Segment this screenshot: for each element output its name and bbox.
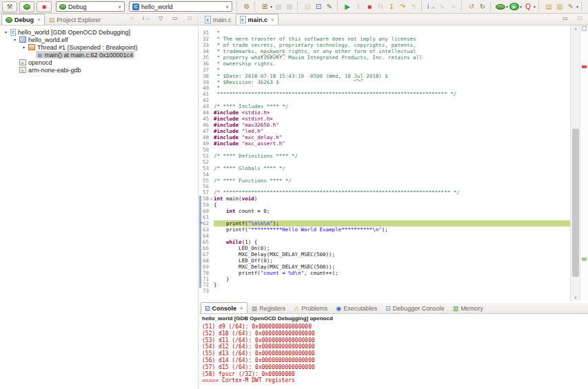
maximize-icon[interactable]: □ (574, 12, 585, 25)
tree-item-openocd[interactable]: ▸openocd (3, 59, 198, 66)
code-text[interactable]: MXC_Delay(MXC_DELAY_MSEC(500)); (214, 264, 570, 270)
close-icon[interactable]: × (240, 305, 243, 311)
code-text[interactable]: /* **** Globals **** */ (214, 165, 570, 171)
code-text[interactable] (214, 159, 570, 165)
code-text[interactable]: * (214, 30, 570, 36)
occurrence-marker[interactable] (582, 257, 587, 261)
line-number[interactable]: 31 (199, 30, 209, 36)
minimize-icon[interactable]: ▭ (560, 12, 571, 25)
line-number[interactable]: 60 (199, 208, 209, 214)
line-number[interactable]: 32 (199, 36, 209, 42)
line-number[interactable]: 58 (199, 196, 209, 202)
terminate-launch-button[interactable]: ■ (37, 1, 52, 12)
line-number[interactable]: 40 (199, 85, 209, 91)
editor-vertical-scrollbar[interactable]: ∧ ∨ (570, 25, 580, 301)
overview-ruler[interactable] (580, 25, 588, 301)
line-number[interactable]: 69 (199, 264, 209, 270)
code-text[interactable]: #include "led.h" (214, 128, 570, 134)
code-text[interactable]: } (214, 282, 570, 288)
code-text[interactable] (214, 147, 570, 153)
line-number[interactable]: 72 (199, 282, 209, 288)
tree-item-thread[interactable]: ▾Thread #1 (Suspended : Breakpoint) (3, 43, 198, 51)
code-text[interactable]: printf("\n\n\n"); (214, 220, 570, 227)
tree-item-hello-world-elf[interactable]: ▾hello_world.elf (3, 36, 198, 43)
reset-icon[interactable]: ↺ (466, 1, 477, 13)
tree-item-main[interactable]: ≡main() at main.c:62 0x100001c4 (3, 51, 198, 59)
editor-body[interactable]: 31 *32 * The mere transfer of this softw… (199, 25, 588, 301)
code-text[interactable] (214, 233, 570, 239)
line-number[interactable]: 57 (199, 189, 209, 196)
code-text[interactable]: printf("**********Hello World Example***… (214, 227, 570, 233)
code-text[interactable]: ****************************************… (214, 91, 570, 97)
tab-console[interactable]: ⊡Console× (201, 302, 247, 313)
code-text[interactable] (214, 171, 570, 178)
import-folder-icon[interactable]: ▥ (554, 1, 565, 13)
tab-problems[interactable]: ⚠Problems (290, 302, 332, 313)
dropdown-arrow-icon[interactable]: ▾ (506, 4, 508, 9)
close-icon[interactable]: × (37, 17, 41, 23)
code-text[interactable]: /* **** Functions **** */ (214, 178, 570, 184)
code-text[interactable]: * (214, 67, 570, 73)
fold-collapse-icon[interactable]: ⊖ (209, 196, 214, 202)
line-number[interactable]: 52 (199, 159, 209, 165)
line-number[interactable]: 41 (199, 91, 209, 97)
line-number[interactable]: 39 (199, 79, 209, 85)
line-number[interactable]: 67 (199, 251, 209, 257)
code-text[interactable]: * trademarks, maskwork rights, or any ot… (214, 48, 570, 54)
line-number[interactable]: 54 (199, 171, 209, 178)
line-number[interactable]: 66 (199, 245, 209, 251)
code-text[interactable]: LED_On(0); (214, 245, 570, 251)
dropdown-arrow-icon[interactable]: ▾ (520, 4, 522, 9)
target-settings-gear-icon[interactable]: ⚙ (241, 1, 252, 13)
line-number[interactable]: 70 (199, 270, 209, 276)
code-text[interactable]: MXC_Delay(MXC_DELAY_MSEC(500)); (214, 251, 570, 257)
code-text[interactable]: * (214, 85, 570, 91)
line-number[interactable]: 53 (199, 165, 209, 171)
launch-target-combo[interactable]: C hello_world ∨ (129, 1, 232, 12)
code-text[interactable]: * $Date: 2018-07-18 15:43:10 -0500 (Wed,… (214, 73, 570, 79)
code-text[interactable]: #include "max32650.h" (214, 122, 570, 128)
code-text[interactable]: printf("count = %d\n", count++); (214, 270, 570, 276)
line-number[interactable]: 47 (199, 128, 209, 134)
line-number[interactable]: 64 (199, 233, 209, 239)
line-number[interactable]: 73 (199, 288, 209, 294)
line-number[interactable]: 59 (199, 202, 209, 208)
launch-config-combo[interactable]: Debug ∨ (56, 1, 125, 12)
code-text[interactable]: while(1) { (214, 239, 570, 245)
tab-main-c[interactable]: cmain.c (201, 14, 236, 25)
line-number[interactable]: 51 (199, 153, 209, 159)
code-text[interactable]: /* **** Definitions **** */ (214, 153, 570, 159)
tab-debug[interactable]: Debug× (1, 14, 45, 25)
scrollbar-thumb[interactable] (572, 129, 579, 277)
code-text[interactable]: } (214, 276, 570, 282)
line-number[interactable]: 42 (199, 97, 209, 103)
line-number[interactable]: 44 (199, 109, 209, 116)
dropdown-arrow-icon[interactable]: ▾ (534, 4, 536, 9)
expander-open-icon[interactable]: ▾ (12, 37, 18, 42)
line-number[interactable]: 45 (199, 116, 209, 122)
line-number[interactable]: 56 (199, 183, 209, 189)
code-text[interactable]: LED_Off(0); (214, 257, 570, 264)
profile-dropdown-icon[interactable]: Q▾ (523, 1, 536, 13)
tab-main-c[interactable]: cmain.c× (236, 14, 278, 25)
line-number[interactable]: 68 (199, 257, 209, 264)
code-text[interactable]: int main(void) (214, 196, 570, 202)
code-text[interactable]: #include <stdio.h> (214, 109, 570, 116)
line-number[interactable]: 49 (199, 140, 209, 147)
code-text[interactable]: #include <stdint.h> (214, 116, 570, 122)
line-number[interactable]: 34 (199, 48, 209, 54)
tab-project-explorer[interactable]: ▤Project Explorer (45, 14, 105, 25)
code-text[interactable]: /* *************************************… (214, 189, 570, 196)
code-text[interactable]: * of trade secrets, proprietary technolo… (214, 42, 570, 48)
tree-item-arm-none-eabi-gdb[interactable]: ▸arm-none-eabi-gdb (3, 66, 198, 74)
code-text[interactable] (214, 214, 570, 220)
step-over-icon[interactable]: ↷ (397, 1, 408, 13)
pin-console-icon[interactable]: ✎ (324, 1, 335, 13)
view-menu-icon[interactable]: ▽ (155, 12, 166, 25)
line-number[interactable]: 71 (199, 276, 209, 282)
instruction-stepping-mode-icon[interactable]: i→ (141, 12, 152, 25)
tab-registers[interactable]: ▦Registers (247, 302, 290, 313)
maximize-icon[interactable]: □ (184, 12, 195, 25)
line-number[interactable]: 36 (199, 61, 209, 67)
line-number[interactable]: 55 (199, 178, 209, 184)
